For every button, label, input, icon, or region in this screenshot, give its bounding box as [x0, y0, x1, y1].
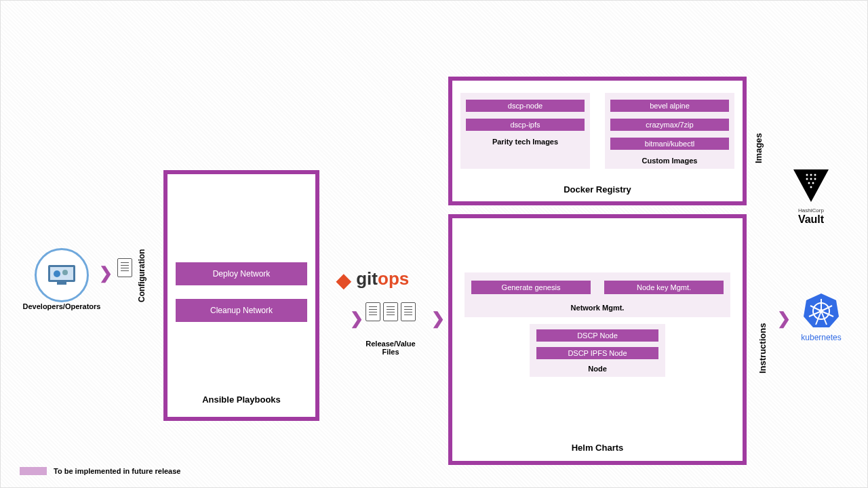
chevron-icon: ❯ — [431, 309, 445, 328]
legend-text: To be implemented in future release — [54, 467, 180, 475]
svg-point-4 — [62, 270, 68, 275]
release-files-label: Release/Value Files — [357, 340, 425, 356]
vault-company: HashiCorp — [784, 207, 838, 214]
image-tag: dscp-node — [466, 100, 585, 112]
chevron-icon: ❯ — [777, 309, 791, 328]
node-group: DSCP Node DSCP IPFS Node Node — [530, 324, 665, 377]
chevron-icon: ❯ — [99, 264, 113, 283]
config-file-icon — [117, 258, 135, 280]
image-tag: dscp-ipfs — [466, 119, 585, 131]
custom-images-group: bevel alpine crazymax/7zip bitmani/kubec… — [605, 93, 734, 169]
custom-label: Custom Images — [610, 157, 729, 165]
helm-title: Helm Charts — [452, 443, 743, 453]
parity-images-group: dscp-node dscp-ipfs Parity tech Images — [460, 93, 590, 169]
node-label: Node — [536, 365, 658, 373]
image-tag: bitmani/kubectl — [610, 138, 729, 150]
chart-tag: DSCP Node — [536, 329, 658, 342]
vault-logo: HashiCorp Vault — [784, 167, 838, 226]
image-tag: crazymax/7zip — [610, 119, 729, 131]
legend-swatch — [20, 467, 47, 475]
architecture-diagram: Developers/Operators ❯ Configuration Dep… — [0, 0, 868, 488]
chart-tag: DSCP IPFS Node — [536, 347, 658, 359]
network-mgmt-label: Network Mgmt. — [471, 304, 724, 312]
developers-icon — [35, 248, 89, 302]
registry-title: Docker Registry — [452, 184, 743, 195]
git-icon: ◆ — [336, 270, 351, 291]
svg-point-11 — [814, 178, 816, 180]
images-label: Images — [753, 133, 764, 163]
kubernetes-name: kubernetes — [794, 333, 848, 342]
release-files-icon — [366, 302, 418, 324]
instructions-label: Instructions — [757, 323, 768, 373]
svg-point-13 — [812, 182, 814, 184]
cleanup-network-playbook: Cleanup Network — [176, 299, 307, 322]
svg-point-6 — [806, 174, 808, 176]
svg-point-3 — [54, 270, 60, 277]
docker-registry-box: dscp-node dscp-ipfs Parity tech Images b… — [448, 77, 747, 205]
configuration-label: Configuration — [137, 249, 146, 302]
svg-point-7 — [810, 174, 812, 176]
legend: To be implemented in future release — [20, 467, 180, 475]
deploy-network-playbook: Deploy Network — [176, 262, 307, 285]
developers-label: Developers/Operators — [14, 302, 109, 310]
parity-label: Parity tech Images — [466, 138, 585, 146]
svg-point-12 — [808, 182, 810, 184]
network-mgmt-group: Generate genesis Node key Mgmt. Network … — [465, 272, 730, 317]
vault-name: Vault — [784, 214, 838, 226]
chevron-icon: ❯ — [350, 309, 363, 328]
gitops-logo: ◆ gitops — [336, 268, 409, 291]
svg-rect-2 — [57, 282, 66, 285]
chart-tag: Node key Mgmt. — [604, 281, 724, 294]
image-tag: bevel alpine — [610, 100, 729, 112]
svg-point-9 — [806, 178, 808, 180]
ansible-title: Ansible Playbooks — [167, 394, 315, 405]
kubernetes-logo: kubernetes — [794, 292, 848, 342]
chart-tag: Generate genesis — [471, 281, 591, 294]
svg-point-14 — [810, 186, 812, 188]
svg-point-10 — [810, 178, 812, 180]
svg-point-8 — [814, 174, 816, 176]
helm-charts-box: Generate genesis Node key Mgmt. Network … — [448, 214, 747, 465]
svg-point-24 — [819, 309, 823, 313]
ansible-playbooks-box: Deploy Network Cleanup Network Ansible P… — [163, 170, 319, 421]
